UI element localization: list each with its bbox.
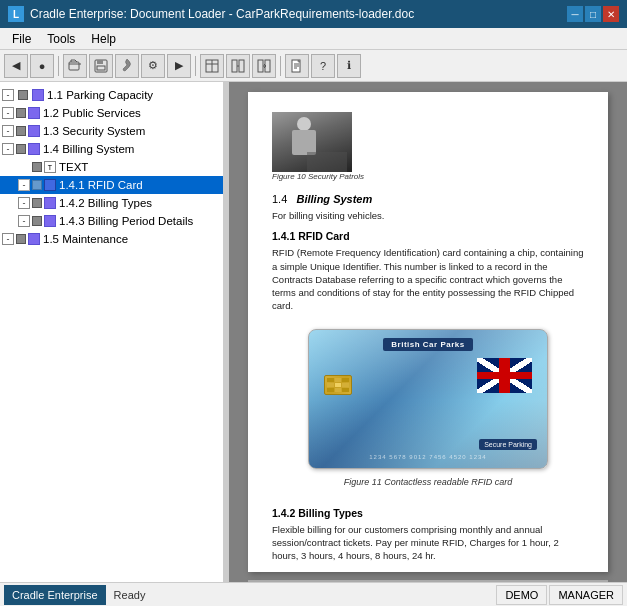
close-button[interactable]: ✕ xyxy=(603,6,619,22)
toolbar: ◀ ● ⚙ ▶ xyxy=(0,50,627,82)
document-page: Figure 10 Security Patrols 1.4 Billing S… xyxy=(248,92,608,572)
document-area: Figure 10 Security Patrols 1.4 Billing S… xyxy=(229,82,627,582)
node-icon-billing-types xyxy=(32,198,42,208)
export-icon xyxy=(257,59,271,73)
toolbar-info-button[interactable]: ℹ xyxy=(337,54,361,78)
expand-icon-2: - xyxy=(7,108,10,118)
toolbar-merge-button[interactable] xyxy=(226,54,250,78)
main-area: - 1.1 Parking Capacity - 1.2 Public Serv… xyxy=(0,82,627,582)
toolbar-save-button[interactable] xyxy=(89,54,113,78)
tree-label-security: 1.3 Security System xyxy=(43,125,145,137)
section-142-title: 1.4.2 Billing Types xyxy=(272,507,584,519)
expand-rfid[interactable]: - xyxy=(18,179,30,191)
expand-billing[interactable]: - xyxy=(2,143,14,155)
tree-item-text[interactable]: T TEXT xyxy=(0,158,223,176)
req-icon-billing-types xyxy=(44,197,56,209)
node-icon-billing xyxy=(16,144,26,154)
tree-item-public-services[interactable]: - 1.2 Public Services xyxy=(0,104,223,122)
section-141-title: 1.4.1 RFID Card xyxy=(272,230,584,242)
expand-icon-6: - xyxy=(23,198,26,208)
section-14-name: Billing System xyxy=(296,193,372,205)
node-icon-maintenance xyxy=(16,234,26,244)
minimize-button[interactable]: ─ xyxy=(567,6,583,22)
tree-item-security[interactable]: - 1.3 Security System xyxy=(0,122,223,140)
title-bar: L Cradle Enterprise: Document Loader - C… xyxy=(0,0,627,28)
expand-parking-capacity[interactable]: - xyxy=(2,89,14,101)
billing-types-section: 1.4.2 Billing Types Flexible billing for… xyxy=(272,507,584,563)
expand-text xyxy=(18,161,30,173)
security-patrol-image xyxy=(272,112,352,172)
tree-label-parking: 1.1 Parking Capacity xyxy=(47,89,153,101)
req-icon-billing-period xyxy=(44,215,56,227)
svg-rect-8 xyxy=(239,60,244,72)
tree-label-rfid: 1.4.1 RFID Card xyxy=(59,179,143,191)
expand-maintenance[interactable]: - xyxy=(2,233,14,245)
toolbar-record-button[interactable]: ● xyxy=(30,54,54,78)
document-icon xyxy=(290,59,304,73)
section-14-num: 1.4 xyxy=(272,193,287,205)
document-input-area[interactable] xyxy=(248,580,608,582)
expand-security[interactable]: - xyxy=(2,125,14,137)
tree-label-maintenance: 1.5 Maintenance xyxy=(43,233,128,245)
expand-icon-3: - xyxy=(7,126,10,136)
tree-panel: - 1.1 Parking Capacity - 1.2 Public Serv… xyxy=(0,82,225,582)
text-icon: T xyxy=(44,161,56,173)
toolbar-forward-button[interactable]: ▶ xyxy=(167,54,191,78)
tree-item-billing-types[interactable]: - 1.4.2 Billing Types xyxy=(0,194,223,212)
tree-label-billing: 1.4 Billing System xyxy=(43,143,134,155)
expand-icon-5: - xyxy=(23,180,26,190)
rfid-secure-parking: Secure Parking xyxy=(479,439,537,450)
expand-icon: - xyxy=(7,90,10,100)
section-14-title: 1.4 Billing System xyxy=(272,193,584,205)
toolbar-help-button[interactable]: ? xyxy=(311,54,335,78)
toolbar-export-button[interactable] xyxy=(252,54,276,78)
menu-help[interactable]: Help xyxy=(83,30,124,48)
toolbar-tools-button[interactable] xyxy=(115,54,139,78)
section-14-text: For billing visiting vehicles. xyxy=(272,209,584,222)
svg-rect-3 xyxy=(97,66,105,70)
req-icon-public xyxy=(28,107,40,119)
maximize-button[interactable]: □ xyxy=(585,6,601,22)
tree-item-rfid[interactable]: - 1.4.1 RFID Card xyxy=(0,176,223,194)
tree-item-billing[interactable]: - 1.4 Billing System xyxy=(0,140,223,158)
status-manager: MANAGER xyxy=(549,585,623,605)
status-right: DEMO MANAGER xyxy=(496,585,623,605)
toolbar-doc-button[interactable] xyxy=(285,54,309,78)
status-text: Ready xyxy=(114,589,146,601)
expand-billing-types[interactable]: - xyxy=(18,197,30,209)
toolbar-separator-2 xyxy=(195,56,196,76)
app-icon: L xyxy=(8,6,24,22)
node-icon-text xyxy=(32,162,42,172)
expand-icon-8: - xyxy=(7,234,10,244)
rfid-card-image: British Car Parks xyxy=(308,329,548,469)
window-title: Cradle Enterprise: Document Loader - Car… xyxy=(30,7,414,21)
section-142-text: Flexible billing for our customers compr… xyxy=(272,523,584,563)
rfid-card-brand: British Car Parks xyxy=(383,338,472,351)
toolbar-back-button[interactable]: ◀ xyxy=(4,54,28,78)
menu-file[interactable]: File xyxy=(4,30,39,48)
toolbar-table-button[interactable] xyxy=(200,54,224,78)
toolbar-gear-button[interactable]: ⚙ xyxy=(141,54,165,78)
req-icon-security xyxy=(28,125,40,137)
svg-rect-9 xyxy=(258,60,263,72)
toolbar-open-button[interactable] xyxy=(63,54,87,78)
table-icon xyxy=(205,59,219,73)
tree-item-billing-period[interactable]: - 1.4.3 Billing Period Details xyxy=(0,212,223,230)
status-left: Cradle Enterprise Ready xyxy=(4,585,145,605)
expand-billing-period[interactable]: - xyxy=(18,215,30,227)
tree-item-parking-capacity[interactable]: - 1.1 Parking Capacity xyxy=(0,86,223,104)
toolbar-separator-3 xyxy=(280,56,281,76)
window-controls: ─ □ ✕ xyxy=(567,6,619,22)
toolbar-separator-1 xyxy=(58,56,59,76)
node-icon-security xyxy=(16,126,26,136)
menu-tools[interactable]: Tools xyxy=(39,30,83,48)
tree-item-maintenance[interactable]: - 1.5 Maintenance xyxy=(0,230,223,248)
req-icon-billing xyxy=(28,143,40,155)
node-icon-public xyxy=(16,108,26,118)
svg-rect-7 xyxy=(232,60,237,72)
tree-label-billing-types: 1.4.2 Billing Types xyxy=(59,197,152,209)
rfid-card-numbers: 1234 5678 9012 7456 4520 1234 xyxy=(369,454,486,460)
uk-flag-area xyxy=(477,358,532,393)
expand-public-services[interactable]: - xyxy=(2,107,14,119)
req-icon-rfid xyxy=(44,179,56,191)
